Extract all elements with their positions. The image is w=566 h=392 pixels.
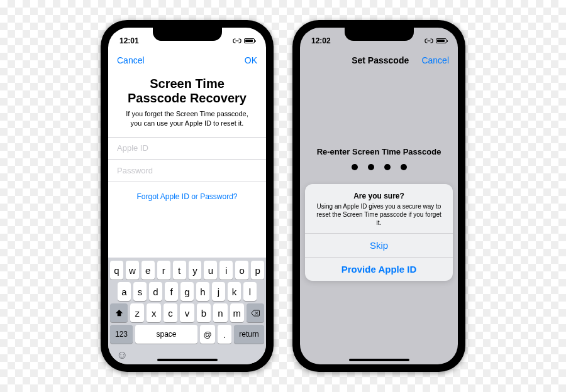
battery-icon — [436, 38, 447, 43]
key-c[interactable]: c — [164, 303, 177, 322]
home-indicator[interactable] — [157, 359, 218, 361]
battery-icon — [244, 38, 255, 43]
delete-key[interactable] — [247, 303, 264, 322]
content-area: Re-enter Screen Time Passcode Are you su… — [300, 72, 458, 364]
key-o[interactable]: o — [235, 261, 248, 280]
key-r[interactable]: r — [157, 261, 170, 280]
provide-apple-id-button[interactable]: Provide Apple ID — [305, 258, 453, 281]
apple-id-cell[interactable] — [108, 137, 266, 160]
passcode-dot — [401, 164, 407, 170]
key-g[interactable]: g — [180, 282, 194, 301]
link-icon — [425, 38, 433, 43]
phone-right: 12:02 Set Passcode Cancel Re-enter Scree… — [292, 20, 465, 372]
key-f[interactable]: f — [165, 282, 178, 301]
key-w[interactable]: w — [126, 261, 139, 280]
link-icon — [233, 38, 241, 43]
sheet-title: Are you sure? — [316, 192, 441, 200]
password-input[interactable] — [117, 166, 257, 175]
at-key[interactable]: @ — [200, 325, 215, 344]
key-e[interactable]: e — [142, 261, 155, 280]
page-title: Screen Time Passcode Recovery — [108, 72, 266, 109]
key-t[interactable]: t — [173, 261, 186, 280]
notch — [153, 28, 222, 41]
nav-bar: Cancel OK — [108, 49, 266, 72]
emoji-key[interactable]: ☺ — [116, 349, 128, 362]
status-time: 12:02 — [311, 36, 331, 45]
screen: 12:02 Set Passcode Cancel Re-enter Scree… — [300, 28, 458, 364]
ok-button[interactable]: OK — [245, 55, 257, 65]
keyboard-row-3: zxcvbnm — [110, 303, 264, 322]
key-d[interactable]: d — [149, 282, 162, 301]
space-key[interactable]: space — [135, 325, 197, 344]
key-n[interactable]: n — [213, 303, 227, 322]
passcode-dot — [352, 164, 358, 170]
shift-key[interactable] — [110, 303, 128, 322]
status-icons — [233, 38, 255, 43]
key-l[interactable]: l — [243, 282, 257, 301]
sheet-header: Are you sure? Using an Apple ID gives yo… — [305, 184, 453, 234]
keyboard-row-1: qwertyuiop — [110, 261, 264, 280]
key-a[interactable]: a — [118, 282, 131, 301]
phone-left: 12:01 Cancel OK Screen Time Passcode Rec… — [101, 20, 274, 372]
key-q[interactable]: q — [110, 261, 123, 280]
key-m[interactable]: m — [230, 303, 244, 322]
skip-button[interactable]: Skip — [305, 234, 453, 258]
screen: 12:01 Cancel OK Screen Time Passcode Rec… — [108, 28, 266, 364]
key-p[interactable]: p — [251, 261, 264, 280]
dot-key[interactable]: . — [218, 325, 231, 344]
notch — [345, 28, 414, 41]
keyboard: qwertyuiop asdfghjkl zxcvbnm 123 space @… — [108, 258, 266, 364]
nav-bar: Set Passcode Cancel — [300, 49, 458, 72]
forgot-link[interactable]: Forgot Apple ID or Password? — [108, 182, 266, 201]
status-icons — [425, 38, 447, 43]
numbers-key[interactable]: 123 — [110, 325, 133, 344]
key-x[interactable]: x — [147, 303, 160, 322]
keyboard-row-4: 123 space @ . return — [110, 325, 264, 344]
passcode-dots — [300, 164, 458, 170]
key-h[interactable]: h — [196, 282, 209, 301]
content-area: Screen Time Passcode Recovery If you for… — [108, 72, 266, 364]
cancel-button[interactable]: Cancel — [421, 55, 449, 65]
home-indicator[interactable] — [349, 359, 409, 361]
phone-frame: 12:01 Cancel OK Screen Time Passcode Rec… — [103, 23, 271, 369]
apple-id-input[interactable] — [117, 143, 257, 153]
return-key[interactable]: return — [234, 325, 264, 344]
passcode-dot — [368, 164, 374, 170]
key-u[interactable]: u — [204, 261, 217, 280]
keyboard-row-3-letters: zxcvbnm — [130, 303, 244, 322]
key-j[interactable]: j — [212, 282, 225, 301]
status-time: 12:01 — [119, 36, 139, 45]
key-k[interactable]: k — [228, 282, 241, 301]
reenter-prompt: Re-enter Screen Time Passcode — [300, 72, 458, 156]
key-s[interactable]: s — [133, 282, 147, 301]
key-i[interactable]: i — [219, 261, 233, 280]
sheet-message: Using an Apple ID gives you a secure way… — [316, 202, 441, 227]
cancel-button[interactable]: Cancel — [117, 55, 145, 65]
action-sheet: Are you sure? Using an Apple ID gives yo… — [305, 184, 453, 281]
key-z[interactable]: z — [130, 303, 144, 322]
key-b[interactable]: b — [197, 303, 211, 322]
key-v[interactable]: v — [180, 303, 194, 322]
nav-title: Set Passcode — [352, 55, 409, 65]
key-y[interactable]: y — [189, 261, 202, 280]
keyboard-row-2: asdfghjkl — [110, 282, 264, 301]
page-subtitle: If you forget the Screen Time passcode, … — [108, 109, 266, 137]
phone-frame: 12:02 Set Passcode Cancel Re-enter Scree… — [295, 23, 463, 369]
password-cell[interactable] — [108, 160, 266, 182]
passcode-dot — [384, 164, 391, 170]
